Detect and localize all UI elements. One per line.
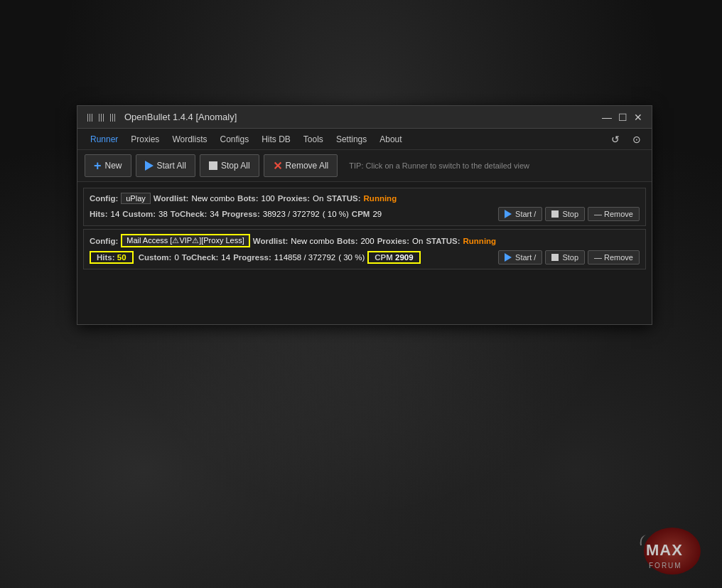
progress-value-2: 114858 / 372792 [274, 253, 335, 262]
menu-hitsdb[interactable]: Hits DB [256, 132, 296, 146]
status-label-2: STATUS: [426, 237, 460, 245]
tip-text: TIP: Click on a Runner to switch to the … [349, 161, 529, 170]
play-icon [145, 161, 153, 171]
start-button-2[interactable]: Start / [498, 250, 542, 264]
stop-icon-1 [551, 210, 559, 218]
progress-label-1: Progress: [222, 210, 260, 218]
svg-text:MAX: MAX [646, 541, 683, 559]
start-all-label: Start All [157, 161, 186, 171]
window-title: OpenBullet 1.4.4 [Anomaly] [124, 112, 600, 122]
remove-all-button[interactable]: ✕ Remove All [264, 154, 338, 177]
start-all-button[interactable]: Start All [136, 154, 195, 177]
app-window: ⫼⫼⫼ OpenBullet 1.4.4 [Anomaly] — ☐ ✕ Run… [77, 105, 652, 325]
new-label: New [105, 161, 122, 171]
runner-actions-2: Start / Stop — Remove [498, 250, 640, 264]
status-label-1: STATUS: [326, 194, 360, 203]
hits-value-2: 50 [117, 253, 126, 262]
config-label-1: Config: [90, 194, 118, 203]
start-label-1: Start / [515, 210, 536, 218]
cpm-box-2: CPM 2909 [367, 251, 420, 264]
logo-watermark: MAX FORUM [633, 524, 711, 577]
minimize-button[interactable]: — [600, 111, 613, 124]
bots-label-1: Bots: [237, 194, 258, 203]
runner-card-1[interactable]: Config: uPlay Wordlist: New combo Bots: … [83, 188, 646, 226]
stop-label-2: Stop [562, 253, 578, 262]
runner-row-1-bottom: Hits: 14 Custom: 38 ToCheck: 34 Progress… [90, 207, 640, 221]
remove-icon: ✕ [273, 159, 282, 173]
menu-bar-right: ↺ ⊙ [608, 132, 645, 147]
remove-label-2: Remove [604, 253, 633, 262]
menu-tools[interactable]: Tools [298, 132, 329, 146]
start-button-1[interactable]: Start / [498, 207, 542, 221]
menu-wordlists[interactable]: Wordlists [166, 132, 212, 146]
tocheck-value-1: 34 [210, 210, 219, 218]
custom-label-2: Custom: [136, 253, 172, 262]
play-icon-2 [505, 253, 512, 262]
runner-actions-1: Start / Stop — Remove [498, 207, 640, 221]
remove-button-1[interactable]: — Remove [588, 207, 640, 221]
menu-items: Runner Proxies Wordlists Configs Hits DB… [85, 132, 408, 146]
hits-label-1: Hits: [90, 210, 108, 218]
menu-settings[interactable]: Settings [330, 132, 372, 146]
app-icon: ⫼⫼⫼ [85, 111, 119, 124]
cpm-label-2: CPM [375, 253, 393, 262]
screenshot-button[interactable]: ⊙ [629, 132, 645, 147]
tocheck-label-2: ToCheck: [182, 253, 219, 262]
close-button[interactable]: ✕ [632, 111, 645, 124]
menu-runner[interactable]: Runner [85, 132, 124, 146]
maximize-button[interactable]: ☐ [616, 111, 629, 124]
bots-value-1: 100 [262, 194, 275, 203]
wordlist-value-2: New combo [291, 237, 334, 245]
bots-label-2: Bots: [337, 237, 357, 245]
stop-button-2[interactable]: Stop [545, 250, 585, 264]
wordlist-value-1: New combo [191, 194, 235, 203]
stop-icon [209, 161, 217, 170]
stop-all-label: Stop All [221, 161, 250, 171]
runner-row-2-bottom: Hits: 50 Custom: 0 ToCheck: 14 Progress:… [90, 250, 640, 264]
progress-pct-2: ( 30 %) [338, 253, 365, 262]
stop-icon-2 [551, 254, 559, 261]
proxies-value-1: On [313, 194, 323, 203]
svg-text:FORUM: FORUM [649, 562, 682, 570]
runner-card-2[interactable]: Config: Mail Access [⚠VIP⚠][Proxy Less] … [83, 229, 646, 269]
hits-label-2: Hits: [97, 253, 115, 262]
new-button[interactable]: + New [85, 154, 131, 177]
remove-icon-1: — [594, 210, 602, 218]
config-label-2: Config: [90, 237, 118, 245]
remove-icon-2: — [594, 253, 602, 262]
menu-configs[interactable]: Configs [215, 132, 255, 146]
cpm-label-1: CPM [352, 210, 370, 218]
toolbar: + New Start All Stop All ✕ Remove All TI… [77, 150, 652, 182]
plus-icon: + [94, 159, 102, 172]
cpm-value-2: 2909 [395, 253, 414, 262]
status-value-2: Running [463, 237, 497, 245]
remove-label-1: Remove [604, 210, 633, 218]
bots-value-2: 200 [360, 237, 374, 245]
title-bar: ⫼⫼⫼ OpenBullet 1.4.4 [Anomaly] — ☐ ✕ [77, 106, 652, 129]
hits-value-1: 14 [111, 210, 120, 218]
play-icon-1 [505, 210, 512, 218]
wordlist-label-2: Wordlist: [253, 237, 289, 245]
custom-label-1: Custom: [122, 210, 156, 218]
start-label-2: Start / [515, 253, 536, 262]
stop-button-1[interactable]: Stop [545, 207, 585, 221]
stop-all-button[interactable]: Stop All [200, 154, 259, 177]
window-controls: — ☐ ✕ [600, 111, 645, 124]
config-value-2: Mail Access [⚠VIP⚠][Proxy Less] [121, 234, 250, 247]
stop-label-1: Stop [562, 210, 578, 218]
runner-area: Config: uPlay Wordlist: New combo Bots: … [77, 182, 652, 324]
menu-proxies[interactable]: Proxies [125, 132, 165, 146]
custom-value-2: 0 [174, 253, 178, 262]
hits-box-2: Hits: 50 [90, 251, 134, 264]
cpm-value-1: 29 [372, 210, 382, 218]
refresh-button[interactable]: ↺ [608, 132, 623, 147]
remove-button-2[interactable]: — Remove [588, 250, 640, 264]
config-value-1: uPlay [121, 193, 151, 204]
runner-row-2-top: Config: Mail Access [⚠VIP⚠][Proxy Less] … [90, 234, 640, 247]
progress-pct-1: ( 10 %) [323, 210, 349, 218]
tocheck-label-1: ToCheck: [171, 210, 208, 218]
wordlist-label-1: Wordlist: [153, 194, 189, 203]
status-value-1: Running [364, 194, 397, 203]
menu-about[interactable]: About [374, 132, 407, 146]
proxies-label-1: Proxies: [278, 194, 310, 203]
